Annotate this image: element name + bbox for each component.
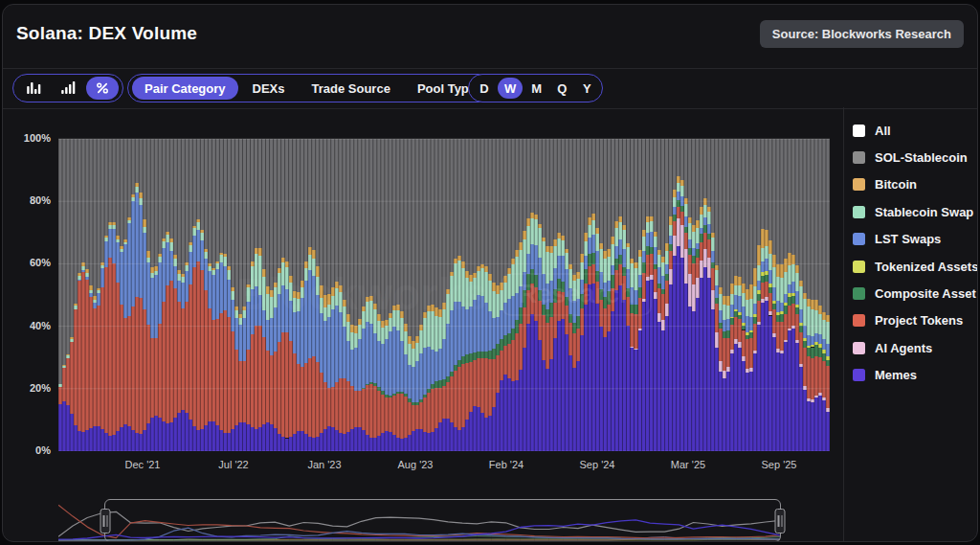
- legend-item-bitcoin[interactable]: Bitcoin: [853, 171, 978, 198]
- legend-swatch: [853, 233, 865, 245]
- navigator-window[interactable]: [104, 499, 781, 542]
- tab-dexs[interactable]: DEXs: [240, 77, 298, 100]
- header-divider: [3, 68, 977, 69]
- page-title: Solana: DEX Volume: [16, 23, 197, 44]
- bar-chart-button[interactable]: [17, 77, 50, 100]
- ascending-bar-chart-icon: [60, 80, 76, 96]
- x-axis-label: Dec '21: [125, 459, 161, 470]
- interval-d-button[interactable]: D: [473, 78, 496, 99]
- x-axis-label: Mar '25: [671, 459, 705, 470]
- interval-button-group: DWMQY: [468, 74, 603, 102]
- x-axis-label: Jan '23: [307, 459, 341, 470]
- interval-m-button[interactable]: M: [524, 78, 548, 99]
- legend-label: Stablecoin Swap: [875, 205, 973, 219]
- legend-divider: [843, 107, 844, 541]
- y-axis-label: 40%: [7, 320, 51, 331]
- legend-item-memes[interactable]: Memes: [853, 362, 978, 389]
- legend-item-ai-agents[interactable]: AI Agents: [853, 334, 978, 361]
- legend-swatch: [853, 314, 865, 327]
- x-axis-label: Aug '23: [398, 459, 434, 470]
- interval-y-button[interactable]: Y: [575, 78, 598, 99]
- legend-swatch: [853, 369, 865, 381]
- x-axis-label: Sep '24: [580, 459, 615, 470]
- legend-item-all[interactable]: All: [853, 117, 978, 144]
- y-axis-label: 20%: [7, 382, 51, 394]
- legend-item-lst-swaps[interactable]: LST Swaps: [853, 226, 978, 253]
- x-axis-label: Feb '24: [489, 459, 523, 470]
- legend: AllSOL-StablecoinBitcoinStablecoin SwapL…: [853, 117, 978, 389]
- legend-item-sol-stablecoin[interactable]: SOL-Stablecoin: [853, 144, 978, 170]
- app-card: Solana: DEX Volume Source: Blockworks Re…: [2, 4, 978, 542]
- legend-item-tokenized-assets[interactable]: Tokenized Assets: [853, 253, 978, 280]
- y-axis-label: 100%: [7, 132, 51, 144]
- percent-stacked-button[interactable]: [86, 77, 119, 100]
- chart-type-button-group: [12, 74, 123, 102]
- x-axis-label: Jul '22: [218, 459, 248, 470]
- bar-chart-icon: [26, 80, 41, 96]
- legend-item-project-tokens[interactable]: Project Tokens: [853, 307, 978, 334]
- source-button[interactable]: Source: Blockworks Research: [760, 20, 964, 48]
- legend-label: AI Agents: [875, 341, 932, 355]
- legend-label: LST Swaps: [875, 232, 941, 246]
- legend-swatch: [853, 287, 865, 300]
- legend-label: Tokenized Assets: [875, 260, 978, 274]
- legend-item-composite-asset[interactable]: Composite Asset: [853, 280, 978, 307]
- legend-swatch: [853, 342, 865, 354]
- interval-w-button[interactable]: W: [498, 78, 523, 99]
- legend-label: Memes: [875, 368, 917, 382]
- legend-item-stablecoin-swap[interactable]: Stablecoin Swap: [853, 198, 978, 225]
- toolbar-divider: [3, 108, 977, 109]
- interval-q-button[interactable]: Q: [550, 78, 573, 99]
- legend-swatch: [853, 261, 865, 273]
- percent-stacked-icon: [95, 80, 110, 96]
- stacked-bar-chart[interactable]: [58, 137, 830, 451]
- y-axis-label: 0%: [7, 444, 51, 456]
- legend-swatch: [853, 178, 865, 191]
- legend-label: SOL-Stablecoin: [875, 150, 968, 165]
- legend-swatch: [853, 125, 865, 137]
- legend-swatch: [853, 206, 865, 218]
- ascending-bar-chart-button[interactable]: [52, 77, 84, 100]
- legend-label: Bitcoin: [875, 177, 917, 192]
- legend-swatch: [853, 151, 865, 164]
- y-axis-label: 60%: [7, 257, 51, 268]
- category-tab-group: Pair CategoryDEXsTrade SourcePool Type: [127, 74, 493, 102]
- navigator-left-handle[interactable]: [100, 509, 111, 534]
- legend-label: Project Tokens: [875, 313, 963, 328]
- navigator[interactable]: [58, 497, 782, 542]
- y-axis-label: 80%: [7, 194, 51, 206]
- x-axis-label: Sep '25: [762, 459, 797, 470]
- tab-trade-source[interactable]: Trade Source: [300, 77, 403, 100]
- tab-pair-category[interactable]: Pair Category: [132, 77, 238, 100]
- navigator-right-handle[interactable]: [775, 509, 786, 534]
- legend-label: All: [875, 124, 891, 138]
- legend-label: Composite Asset: [875, 286, 976, 301]
